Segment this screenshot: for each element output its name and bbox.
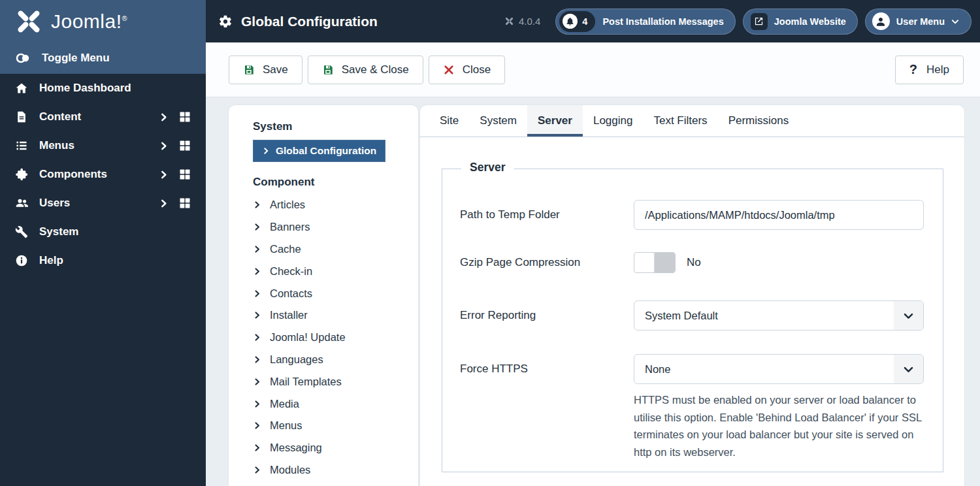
sidebar-item-menus[interactable]: Menus xyxy=(0,131,206,160)
chevron-right-icon xyxy=(253,355,261,364)
field-label: Gzip Page Compression xyxy=(460,252,634,273)
tab-site[interactable]: Site xyxy=(429,105,469,137)
selected-option: None xyxy=(634,363,670,376)
chevron-right-icon xyxy=(253,444,261,452)
toggle-track xyxy=(655,253,675,272)
toggle-menu-button[interactable]: Toggle Menu xyxy=(0,42,206,74)
question-mark-icon: ? xyxy=(909,62,917,77)
joomla-version-icon xyxy=(504,16,514,26)
chevron-right-icon xyxy=(253,201,261,209)
chevron-down-icon xyxy=(951,17,960,26)
field-label: Force HTTPS xyxy=(460,354,634,384)
field-row-force-https: Force HTTPS None HTTPS must be enabled o… xyxy=(442,354,943,461)
close-button[interactable]: Close xyxy=(429,56,505,84)
close-icon xyxy=(443,64,455,76)
chevron-right-icon xyxy=(253,289,261,298)
component-item-articles[interactable]: Articles xyxy=(253,194,406,216)
joomla-website-label: Joomla Website xyxy=(774,16,846,27)
component-item-banners[interactable]: Banners xyxy=(253,216,406,238)
component-item-mail-templates[interactable]: Mail Templates xyxy=(253,370,406,393)
help-button[interactable]: ? Help xyxy=(895,56,964,84)
header-bar: Joomla!® Global Configuration 4.0.4 4 Po… xyxy=(0,0,980,42)
component-item-installer[interactable]: Installer xyxy=(253,304,406,327)
component-item-media[interactable]: Media xyxy=(253,393,406,415)
toggle-menu-label: Toggle Menu xyxy=(42,52,110,65)
tab-logging[interactable]: Logging xyxy=(583,105,644,137)
fieldset-legend: Server xyxy=(461,161,514,174)
user-menu-button[interactable]: User Menu xyxy=(865,8,972,35)
page-title: Global Configuration xyxy=(241,14,378,29)
post-installation-label: Post Installation Messages xyxy=(602,16,723,27)
error-reporting-select[interactable]: System Default xyxy=(634,300,924,331)
chevron-right-icon[interactable] xyxy=(159,141,169,151)
toggle-value: No xyxy=(687,256,701,269)
component-item-check-in[interactable]: Check-in xyxy=(253,260,406,282)
content-area: System Global Configuration Component Ar… xyxy=(206,97,980,486)
component-item-multilingual[interactable]: Multilingual xyxy=(253,481,406,486)
system-heading: System xyxy=(253,120,406,133)
chevron-right-icon xyxy=(262,147,270,155)
chevron-right-icon xyxy=(253,311,261,319)
brand-logo[interactable]: Joomla!® xyxy=(0,0,206,42)
grid-icon[interactable] xyxy=(178,139,191,152)
sidebar-item-content[interactable]: Content xyxy=(0,103,206,131)
component-list: Articles Banners Cache Check-in Contacts… xyxy=(253,194,406,486)
tab-permissions[interactable]: Permissions xyxy=(718,105,800,137)
temp-folder-input[interactable] xyxy=(634,200,924,230)
component-item-messaging[interactable]: Messaging xyxy=(253,437,406,459)
component-item-modules[interactable]: Modules xyxy=(253,459,406,481)
field-row-error-reporting: Error Reporting System Default xyxy=(442,300,943,331)
save-icon xyxy=(243,64,255,76)
sidebar-item-home-dashboard[interactable]: Home Dashboard xyxy=(0,74,206,103)
chevron-down-icon xyxy=(902,363,915,376)
chevron-right-icon xyxy=(253,245,261,253)
field-label: Error Reporting xyxy=(460,300,634,331)
component-item-languages[interactable]: Languages xyxy=(253,349,406,371)
chevron-right-icon[interactable] xyxy=(159,199,169,208)
sidebar-item-components[interactable]: Components xyxy=(0,160,206,189)
sidebar-item-users[interactable]: Users xyxy=(0,189,206,218)
list-icon xyxy=(15,139,28,152)
tab-text-filters[interactable]: Text Filters xyxy=(643,105,717,137)
grid-icon[interactable] xyxy=(178,110,191,123)
component-item-cache[interactable]: Cache xyxy=(253,238,406,261)
version-indicator: 4.0.4 xyxy=(504,16,540,27)
sidebar-item-system[interactable]: System xyxy=(0,218,206,246)
component-heading: Component xyxy=(253,176,406,189)
field-row-gzip-compression: Gzip Page Compression No xyxy=(442,252,943,273)
chevron-down-icon xyxy=(902,310,915,322)
post-installation-messages-button[interactable]: 4 Post Installation Messages xyxy=(555,8,735,35)
gzip-toggle[interactable] xyxy=(634,252,676,273)
component-item-contacts[interactable]: Contacts xyxy=(253,282,406,304)
save-button[interactable]: Save xyxy=(229,56,302,84)
page-title-wrap: Global Configuration xyxy=(218,14,378,29)
user-icon xyxy=(875,16,887,27)
main-column: Save Save & Close Close ? Help xyxy=(206,42,980,486)
joomla-website-button[interactable]: Joomla Website xyxy=(743,8,858,35)
user-menu-label: User Menu xyxy=(896,16,945,27)
toolbar: Save Save & Close Close ? Help xyxy=(206,42,980,97)
tab-server[interactable]: Server xyxy=(527,105,583,137)
toggle-knob xyxy=(634,253,655,272)
chevron-right-icon xyxy=(253,466,261,474)
component-item-menus[interactable]: Menus xyxy=(253,415,406,437)
grid-icon[interactable] xyxy=(178,168,191,181)
nav-item-global-configuration[interactable]: Global Configuration xyxy=(253,140,385,162)
chevron-right-icon[interactable] xyxy=(159,112,169,122)
selected-option: System Default xyxy=(634,310,718,322)
grid-icon[interactable] xyxy=(178,197,191,210)
save-and-close-button[interactable]: Save & Close xyxy=(308,56,423,84)
users-icon xyxy=(15,197,28,210)
component-item-joomla-update[interactable]: Joomla! Update xyxy=(253,327,406,349)
chevron-right-icon xyxy=(253,378,261,386)
chevron-right-icon xyxy=(253,400,261,408)
field-row-path-to-temp-folder: Path to Temp Folder xyxy=(442,200,943,230)
sidebar: Toggle Menu Home Dashboard Content Menus xyxy=(0,42,206,486)
header-main: Global Configuration 4.0.4 4 Post Instal… xyxy=(206,0,980,42)
chevron-right-icon[interactable] xyxy=(159,170,169,180)
save-icon xyxy=(322,64,334,76)
tab-system[interactable]: System xyxy=(469,105,527,137)
sidebar-item-help[interactable]: Help xyxy=(0,246,206,275)
force-https-select[interactable]: None xyxy=(634,354,924,384)
info-icon xyxy=(15,254,28,267)
